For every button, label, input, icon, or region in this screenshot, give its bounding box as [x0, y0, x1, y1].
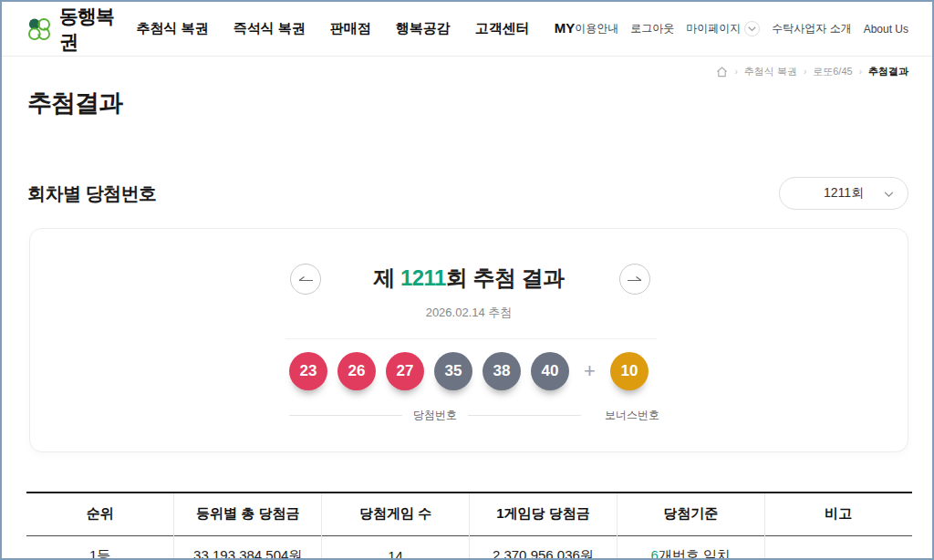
- numbers-caption: 당첨번호: [289, 408, 581, 423]
- cell-text: 6: [650, 547, 658, 560]
- lotto-ball-26: 26: [337, 352, 376, 390]
- nav-item-4[interactable]: 고객센터: [475, 20, 530, 37]
- bonus-ball-10: 10: [610, 352, 649, 390]
- util-item-4[interactable]: About Us: [864, 23, 908, 36]
- column-header-1: 등위별 총 당첨금: [174, 493, 322, 535]
- nav-item-1[interactable]: 즉석식 복권: [234, 20, 306, 37]
- nav-item-2[interactable]: 판매점: [330, 20, 371, 37]
- util-item-2[interactable]: 마이페이지: [686, 21, 760, 36]
- table-cell-0-5: [764, 535, 912, 560]
- utility-menu: 이용안내로그아웃마이페이지수탁사업자 소개About Us: [575, 21, 908, 36]
- clover-logo-icon: [26, 16, 53, 43]
- logo[interactable]: 동행복권: [26, 4, 118, 55]
- util-item-3[interactable]: 수탁사업자 소개: [772, 21, 851, 36]
- table-cell-0-2: 14: [322, 535, 470, 560]
- lotto-ball-38: 38: [483, 352, 521, 390]
- logo-text: 동행복권: [59, 4, 118, 55]
- table-cell-0-0: 1등: [26, 535, 174, 560]
- card-divider: [285, 338, 657, 339]
- draw-title: 제 1211회 추첨 결과: [30, 229, 908, 293]
- draw-date: 2026.02.14 추첨: [30, 305, 908, 321]
- breadcrumb-item-2[interactable]: 추첨결과: [868, 65, 908, 78]
- lotto-ball-35: 35: [434, 352, 472, 390]
- column-header-0: 순위: [26, 493, 174, 535]
- breadcrumb-sep: ›: [734, 67, 737, 77]
- draw-result-card: 제 1211회 추첨 결과 2026.02.14 추첨 232627353840…: [29, 228, 908, 452]
- lotto-ball-23: 23: [289, 352, 327, 390]
- prize-table-head: 순위등위별 총 당첨금당첨게임 수1게임당 당첨금당첨기준비고: [26, 493, 912, 535]
- breadcrumb-sep: ›: [804, 67, 806, 77]
- plus-icon: +: [584, 359, 596, 383]
- previous-round-button[interactable]: [290, 264, 321, 295]
- cell-text: 개번호 일치: [659, 547, 731, 560]
- draw-round-number: 1211: [400, 265, 446, 290]
- numbers-label: 당첨번호: [413, 408, 457, 423]
- bonus-label: 보너스번호: [601, 408, 663, 423]
- section-title: 회차별 당첨번호: [27, 181, 157, 206]
- section-header: 회차별 당첨번호 1211회: [27, 177, 908, 210]
- round-select-dropdown[interactable]: 1211회: [779, 177, 908, 210]
- breadcrumb-item-0[interactable]: 추첨식 복권: [744, 65, 797, 78]
- home-icon[interactable]: [716, 67, 728, 78]
- page-title: 추첨결과: [27, 87, 932, 119]
- util-item-0[interactable]: 이용안내: [575, 21, 618, 36]
- main-menu: 추첨식 복권즉석식 복권판매점행복공감고객센터MY: [136, 20, 575, 37]
- breadcrumb-sep: ›: [859, 67, 862, 77]
- breadcrumb: ›추첨식 복권›로또6/45›추첨결과: [2, 57, 932, 78]
- mypage-chevron-icon: [744, 21, 760, 36]
- nav-item-3[interactable]: 행복공감: [396, 20, 451, 37]
- nav-item-5[interactable]: MY: [555, 20, 576, 37]
- table-row: 1등33,193,384,504원142,370,956,036원6개번호 일치: [26, 535, 912, 560]
- column-header-3: 1게임당 당첨금: [469, 493, 617, 535]
- column-header-2: 당첨게임 수: [322, 493, 470, 535]
- next-round-button[interactable]: [619, 264, 650, 295]
- lotto-ball-27: 27: [386, 352, 424, 390]
- table-cell-0-1: 33,193,384,504원: [174, 535, 322, 560]
- round-select-value: 1211회: [824, 185, 864, 202]
- prize-table: 순위등위별 총 당첨금당첨게임 수1게임당 당첨금당첨기준비고 1등33,193…: [26, 492, 912, 560]
- nav-item-0[interactable]: 추첨식 복권: [136, 20, 208, 37]
- arrow-right-icon: [627, 275, 643, 285]
- column-header-5: 비고: [764, 493, 912, 535]
- top-nav: 동행복권 추첨식 복권즉석식 복권판매점행복공감고객센터MY 이용안내로그아웃마…: [2, 2, 932, 57]
- breadcrumb-item-1[interactable]: 로또6/45: [813, 65, 852, 78]
- table-cell-0-4: 6개번호 일치: [617, 535, 764, 560]
- arrow-left-icon: [297, 275, 314, 285]
- breadcrumb-items: ›추첨식 복권›로또6/45›추첨결과: [734, 65, 908, 78]
- table-cell-0-3: 2,370,956,036원: [469, 535, 617, 560]
- lotto-ball-40: 40: [531, 352, 569, 390]
- util-item-1[interactable]: 로그아웃: [630, 21, 674, 36]
- prize-table-body: 1등33,193,384,504원142,370,956,036원6개번호 일치: [26, 535, 912, 560]
- winning-numbers: 232627353840+10: [30, 352, 908, 390]
- column-header-4: 당첨기준: [617, 493, 764, 535]
- chevron-down-icon: [884, 192, 894, 198]
